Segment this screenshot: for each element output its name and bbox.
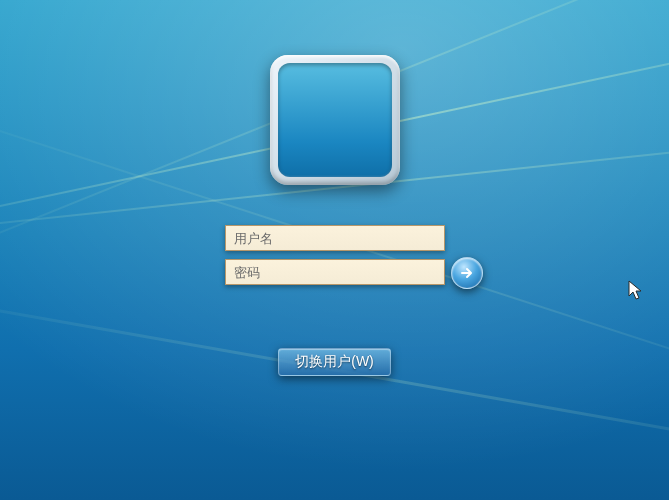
login-panel: 切换用户(W) [185,55,485,376]
credentials-fields [225,225,445,293]
password-row [225,259,445,285]
user-avatar-frame [270,55,400,185]
submit-login-button[interactable] [451,257,483,289]
arrow-right-icon [459,265,475,281]
password-input[interactable] [225,259,445,285]
mouse-pointer-icon [628,280,644,302]
username-input[interactable] [225,225,445,251]
user-avatar [278,63,392,177]
username-row [225,225,445,251]
switch-user-button[interactable]: 切换用户(W) [278,348,391,376]
login-screen: 切换用户(W) [0,0,669,500]
